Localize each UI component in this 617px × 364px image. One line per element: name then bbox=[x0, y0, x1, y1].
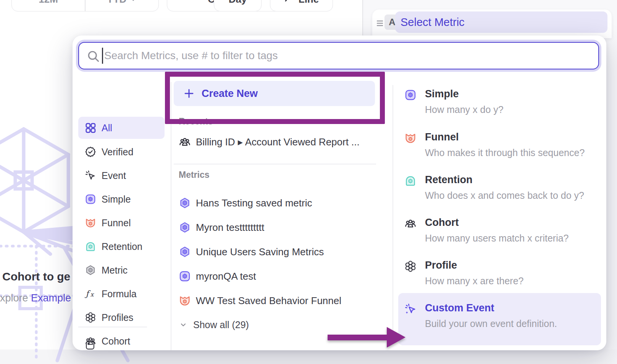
sidebar-item-formula[interactable]: ƒ x Formula bbox=[78, 283, 165, 305]
recent-item[interactable]: Billing ID ▸ Account Viewed Report ... bbox=[179, 133, 385, 151]
background-headline-fragment: Cohort to ge bbox=[2, 270, 70, 283]
sidebar-item-label: Cohort bbox=[102, 336, 130, 347]
sidebar-item-label: Retention bbox=[102, 241, 142, 252]
sidebar-item-simple[interactable]: Simple bbox=[78, 188, 165, 210]
type-simple[interactable]: Simple How many x do y? bbox=[398, 88, 601, 124]
funnel-icon bbox=[85, 217, 96, 229]
sidebar-item-retention[interactable]: Retention bbox=[78, 235, 165, 258]
sidebar-item-event[interactable]: Event bbox=[78, 164, 165, 187]
search-input[interactable] bbox=[103, 43, 594, 68]
saved-metric-icon bbox=[179, 197, 191, 209]
show-all-label: Show all (29) bbox=[193, 319, 249, 330]
type-description: How many users match x criteria? bbox=[425, 233, 569, 244]
type-retention[interactable]: Retention Who does x and comes back to d… bbox=[398, 174, 601, 210]
type-profile[interactable]: Profile How many x are there? bbox=[398, 259, 601, 296]
type-title: Cohort bbox=[425, 217, 459, 229]
type-cohort[interactable]: Cohort How many users match x criteria? bbox=[398, 217, 601, 253]
granularity-button[interactable]: Day bbox=[214, 0, 262, 11]
metric-list-item[interactable]: WW Test Saved Behavior Funnel bbox=[179, 292, 385, 310]
simple-metric-icon bbox=[179, 270, 191, 282]
sidebar-item-label: Verified bbox=[102, 147, 133, 158]
chart-type-label: Line bbox=[299, 0, 319, 5]
type-funnel[interactable]: Funnel Who makes it through this sequenc… bbox=[398, 131, 601, 168]
cohort-people-icon bbox=[179, 136, 191, 148]
type-description: How many x do y? bbox=[425, 104, 504, 115]
sidebar-item-verified[interactable]: Verified bbox=[78, 141, 165, 163]
metric-list-item[interactable]: Myron testtttttttt bbox=[179, 218, 385, 237]
type-custom-event[interactable]: Custom Event Build your own event defini… bbox=[398, 302, 601, 338]
saved-metric-icon bbox=[179, 221, 191, 234]
chart-type-button[interactable]: Line bbox=[270, 0, 333, 11]
metric-row-card: A Select Metric bbox=[372, 10, 612, 38]
chevron-down-icon bbox=[129, 0, 137, 3]
sidebar-divider bbox=[78, 327, 147, 327]
saved-metric-icon bbox=[179, 246, 191, 258]
annotation-highlight-box bbox=[165, 72, 385, 124]
type-description: Who makes it through this sequence? bbox=[425, 147, 585, 158]
metric-list-item[interactable]: Hans Testing saved metric bbox=[179, 194, 385, 212]
select-metric-label: Select Metric bbox=[401, 16, 465, 29]
show-all-button[interactable]: Show all (29) bbox=[179, 316, 339, 333]
explore-text-fragment: xplore bbox=[0, 292, 28, 304]
retention-icon bbox=[85, 241, 96, 252]
sidebar-item-label: Event bbox=[102, 170, 126, 181]
type-title: Retention bbox=[425, 174, 473, 186]
range-12m-button[interactable]: 12M bbox=[12, 0, 85, 11]
event-cursor-icon bbox=[85, 170, 96, 181]
drag-handle-icon[interactable] bbox=[376, 18, 384, 28]
metric-item-label: Myron testtttttttt bbox=[196, 222, 264, 234]
custom-event-icon bbox=[404, 303, 417, 315]
background-explore-line: xplore Example bbox=[0, 292, 71, 304]
sidebar-item-funnel[interactable]: Funnel bbox=[78, 212, 165, 234]
metric-list-item[interactable]: myronQA test bbox=[179, 267, 385, 285]
recent-item-label: Billing ID ▸ Account Viewed Report ... bbox=[196, 136, 360, 148]
example-link[interactable]: Example bbox=[31, 292, 71, 304]
sidebar-item-label: Metric bbox=[102, 265, 128, 276]
sidebar-item-label: Simple bbox=[102, 194, 131, 205]
simple-metric-icon bbox=[404, 89, 417, 101]
funnel-icon bbox=[179, 295, 191, 307]
line-chart-icon bbox=[284, 0, 294, 4]
formula-icon: ƒ x bbox=[85, 288, 96, 300]
range-ytd-button[interactable]: YTD bbox=[86, 0, 158, 11]
tag-icon[interactable] bbox=[85, 340, 95, 350]
sidebar-item-profiles[interactable]: Profiles bbox=[78, 306, 165, 329]
simple-metric-icon bbox=[85, 193, 96, 205]
type-description: Build your own event definition. bbox=[425, 318, 557, 329]
range-ytd-label: YTD bbox=[107, 0, 126, 5]
metrics-section-label: Metrics bbox=[179, 170, 210, 180]
type-title: Profile bbox=[425, 259, 457, 271]
type-title: Funnel bbox=[425, 131, 459, 143]
select-metric-button[interactable]: Select Metric bbox=[395, 11, 607, 33]
verified-badge-icon bbox=[85, 146, 96, 158]
search-icon bbox=[87, 50, 100, 63]
profiles-flower-icon bbox=[404, 260, 417, 272]
type-title: Custom Event bbox=[425, 302, 494, 314]
metric-item-label: myronQA test bbox=[196, 271, 256, 282]
type-description: How many x are there? bbox=[425, 275, 523, 287]
metric-list-item[interactable]: Unique Users Saving Metrics bbox=[179, 243, 385, 261]
sidebar-item-label: Funnel bbox=[102, 217, 131, 229]
screen: Cohort to ge xplore Example 12M YTD Comp… bbox=[0, 0, 617, 364]
text-caret bbox=[102, 48, 103, 64]
svg-text:x: x bbox=[90, 291, 94, 298]
profiles-flower-icon bbox=[85, 312, 96, 323]
middle-divider bbox=[174, 164, 376, 164]
date-range-control[interactable]: 12M YTD bbox=[11, 0, 159, 11]
grid-icon bbox=[85, 122, 96, 134]
cohort-people-icon bbox=[404, 217, 417, 230]
sidebar-item-all[interactable]: All bbox=[78, 117, 165, 139]
retention-icon bbox=[404, 175, 417, 187]
sidebar-item-label: All bbox=[102, 122, 112, 134]
search-box bbox=[78, 42, 599, 69]
sidebar-item-metric[interactable]: Metric bbox=[78, 259, 165, 281]
sidebar-item-label: Profiles bbox=[102, 312, 133, 323]
range-12m-label: 12M bbox=[39, 0, 58, 5]
funnel-icon bbox=[404, 132, 417, 144]
metric-hexagon-icon bbox=[85, 264, 96, 276]
metric-item-label: WW Test Saved Behavior Funnel bbox=[196, 295, 341, 307]
metric-item-label: Unique Users Saving Metrics bbox=[196, 246, 324, 258]
column-divider bbox=[392, 85, 393, 337]
chevron-down-icon bbox=[179, 320, 188, 329]
annotation-arrow bbox=[325, 322, 408, 352]
